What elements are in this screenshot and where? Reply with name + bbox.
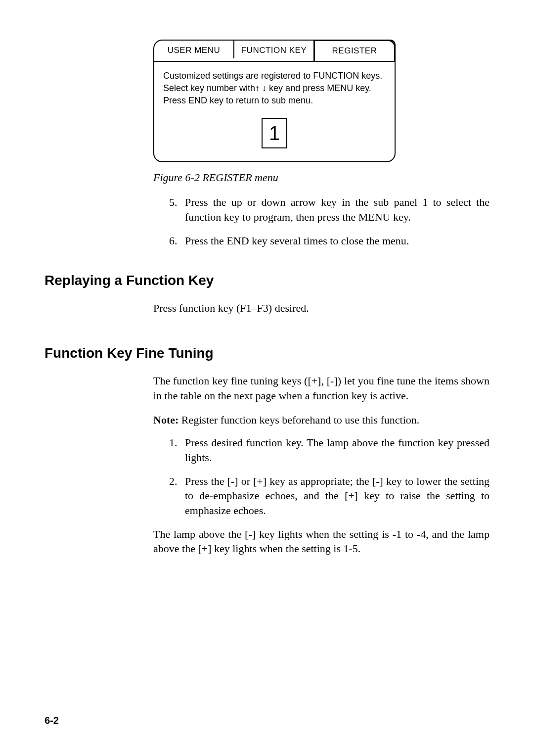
list-text: Press the up or down arrow key in the su… — [185, 195, 490, 224]
up-arrow-icon: ↑ — [255, 83, 260, 93]
breadcrumb-tabs: USER MENU FUNCTION KEY REGISTER — [154, 41, 395, 62]
note-label: Note: — [153, 414, 178, 426]
register-line-2a: Select key number with — [163, 83, 255, 93]
content-column: Press function key (F1–F3) desired. — [44, 301, 490, 316]
selected-key-number: 1 — [262, 118, 287, 148]
register-line-1: Customized settings are registered to FU… — [163, 70, 386, 82]
list-number: 5. — [169, 195, 185, 224]
heading-replaying: Replaying a Function Key — [44, 273, 490, 288]
tab-register: REGISTER — [313, 40, 396, 61]
page-number: 6-2 — [44, 715, 59, 726]
page: USER MENU FUNCTION KEY REGISTER Customiz… — [0, 0, 534, 756]
list-text: Press the [-] or [+] key as appropriate;… — [185, 474, 490, 518]
replay-text: Press function key (F1–F3) desired. — [153, 301, 490, 316]
register-line-3: Press END key to return to sub menu. — [163, 94, 386, 107]
tuning-outro: The lamp above the [-] key lights when t… — [153, 527, 490, 556]
tuning-intro: The function key fine tuning keys ([+], … — [153, 374, 490, 403]
list-text: Press the END key several times to close… — [185, 234, 490, 248]
figure-caption: Figure 6-2 REGISTER menu — [153, 171, 490, 184]
register-menu-figure: USER MENU FUNCTION KEY REGISTER Customiz… — [153, 40, 396, 162]
note-line: Note: Register function keys beforehand … — [153, 413, 490, 427]
tab-function-key: FUNCTION KEY — [234, 41, 313, 61]
tab-user-menu: USER MENU — [154, 41, 233, 61]
content-column: USER MENU FUNCTION KEY REGISTER Customiz… — [44, 40, 490, 248]
steps-list-1: 5. Press the up or down arrow key in the… — [153, 195, 490, 248]
register-line-2: Select key number with↑ ↓ key and press … — [163, 82, 386, 94]
register-body: Customized settings are registered to FU… — [154, 62, 395, 162]
list-number: 6. — [169, 234, 185, 248]
register-line-2b: key and press MENU key. — [267, 83, 371, 93]
content-column: The function key fine tuning keys ([+], … — [44, 374, 490, 556]
list-item: 2. Press the [-] or [+] key as appropria… — [169, 474, 490, 518]
list-item: 5. Press the up or down arrow key in the… — [169, 195, 490, 224]
list-number: 2. — [169, 474, 185, 518]
list-text: Press desired function key. The lamp abo… — [185, 435, 490, 465]
heading-fine-tuning: Function Key Fine Tuning — [44, 345, 490, 361]
down-arrow-icon: ↓ — [262, 83, 267, 93]
list-item: 6. Press the END key several times to cl… — [169, 234, 490, 248]
steps-list-2: 1. Press desired function key. The lamp … — [153, 435, 490, 518]
list-number: 1. — [169, 435, 185, 465]
note-text: Register function keys beforehand to use… — [181, 414, 419, 426]
list-item: 1. Press desired function key. The lamp … — [169, 435, 490, 465]
